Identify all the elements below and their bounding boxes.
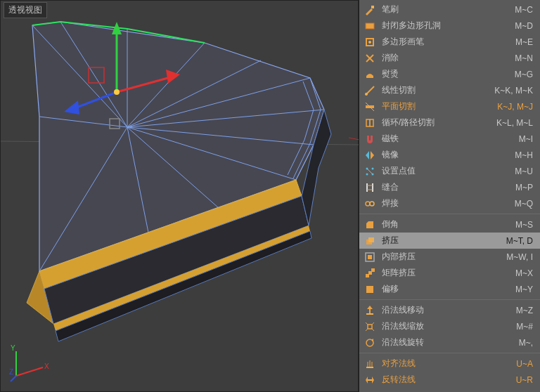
menu-item-label: 挤压: [382, 235, 506, 247]
svg-text:X: X: [44, 362, 49, 370]
close-hole-icon: [364, 20, 376, 32]
svg-rect-38: [366, 23, 374, 29]
menu-item-label: 倒角: [382, 218, 515, 230]
svg-line-35: [11, 376, 16, 381]
svg-marker-72: [367, 306, 373, 309]
menu-item-magnet[interactable]: 磁铁M~I: [359, 131, 540, 147]
plane-cut-icon: [364, 100, 376, 113]
normal-move-icon: [364, 304, 376, 317]
menu-item-label: 消除: [382, 52, 515, 64]
context-menu[interactable]: 笔刷M~C封闭多边形孔洞M~D多边形画笔M~E消除M~N熨烫M~G线性切割K~K…: [359, 0, 540, 392]
menu-item-label: 线性切割: [382, 84, 494, 96]
svg-line-76: [372, 322, 374, 325]
menu-item-weld[interactable]: 焊接M~Q: [359, 195, 540, 211]
poly-pen-icon: [364, 36, 376, 48]
offset-icon: [364, 283, 376, 296]
iron-icon: [364, 68, 376, 81]
svg-text:Z: Z: [9, 368, 13, 376]
menu-item-poly-pen[interactable]: 多边形画笔M~E: [359, 34, 540, 50]
menu-item-inner-extrude[interactable]: 内部挤压M~W, I: [359, 249, 540, 265]
menu-item-knife[interactable]: 线性切割K~K, M~K: [359, 82, 540, 98]
mirror-icon: [364, 149, 376, 162]
svg-point-60: [366, 202, 370, 206]
svg-rect-69: [371, 268, 375, 272]
menu-item-set-value[interactable]: 设置点值M~U: [359, 163, 540, 179]
svg-line-1: [349, 138, 359, 140]
svg-text:Y: Y: [11, 344, 15, 352]
menu-item-shortcut: U~A: [516, 359, 533, 369]
menu-item-label: 对齐法线: [382, 358, 516, 370]
menu-item-label: 设置点值: [382, 165, 515, 177]
magnet-icon: [364, 133, 376, 145]
menu-item-loop-cut[interactable]: 循环/路径切割K~L, M~L: [359, 115, 540, 131]
menu-item-label: 焊接: [382, 197, 515, 209]
stitch-icon: [364, 181, 376, 194]
menu-item-shortcut: M~P: [515, 183, 533, 192]
menu-item-iron[interactable]: 熨烫M~G: [359, 66, 540, 82]
menu-item-matrix-extrude[interactable]: 矩阵挤压M~X: [359, 265, 540, 281]
svg-line-55: [367, 169, 373, 174]
svg-line-78: [372, 329, 374, 331]
menu-item-shortcut: M~D: [515, 21, 533, 31]
menu-item-close-hole[interactable]: 封闭多边形孔洞M~D: [359, 18, 540, 34]
menu-item-shortcut: M~W, I: [506, 252, 533, 262]
menu-item-shortcut: M~G: [515, 70, 533, 79]
svg-point-61: [370, 202, 374, 206]
menu-item-bevel[interactable]: 倒角M~S: [359, 216, 540, 233]
menu-item-align-normals[interactable]: 对齐法线U~A: [359, 355, 540, 372]
svg-marker-86: [366, 377, 368, 384]
matrix-extrude-icon: [364, 267, 376, 280]
menu-item-shortcut: M~T, D: [506, 236, 533, 246]
align-normals-icon: [364, 358, 376, 370]
menu-item-shortcut: M~Y: [515, 285, 533, 294]
svg-line-75: [366, 322, 368, 325]
menu-item-shortcut: M~N: [515, 53, 533, 63]
menu-separator: [359, 214, 540, 214]
dissolve-icon: [364, 52, 376, 65]
menu-item-shortcut: M~U: [515, 166, 533, 176]
menu-item-shortcut: M~Q: [515, 199, 533, 209]
menu-item-offset[interactable]: 偏移M~Y: [359, 281, 540, 297]
svg-marker-49: [366, 151, 369, 159]
menu-item-shortcut: K~K, M~K: [494, 86, 533, 96]
svg-point-40: [368, 41, 371, 44]
weld-icon: [364, 197, 376, 210]
menu-item-label: 矩阵挤压: [382, 267, 515, 279]
menu-item-label: 沿法线缩放: [382, 320, 516, 332]
menu-item-extrude[interactable]: 挤压M~T, D: [359, 233, 540, 249]
menu-item-normal-move[interactable]: 沿法线移动M~Z: [359, 302, 540, 318]
menu-item-shortcut: M~,: [519, 338, 533, 348]
menu-item-label: 封闭多边形孔洞: [382, 20, 515, 32]
menu-item-label: 磁铁: [382, 133, 519, 145]
menu-item-shortcut: K~J, M~J: [497, 102, 533, 112]
set-value-icon: [364, 165, 376, 178]
svg-point-52: [372, 167, 374, 169]
menu-item-label: 偏移: [382, 283, 515, 295]
svg-rect-37: [371, 6, 374, 8]
menu-item-normal-rotate[interactable]: 沿法线旋转M~,: [359, 334, 540, 351]
normal-rotate-icon: [364, 337, 376, 349]
menu-item-shortcut: M~S: [515, 220, 533, 230]
menu-item-mirror[interactable]: 镜像M~H: [359, 147, 540, 163]
menu-item-stitch[interactable]: 缝合M~P: [359, 179, 540, 195]
svg-point-30: [114, 89, 120, 95]
viewport[interactable]: 透视视图: [0, 0, 359, 392]
menu-item-dissolve[interactable]: 消除M~N: [359, 50, 540, 66]
menu-item-plane-cut[interactable]: 平面切割K~J, M~J: [359, 98, 540, 115]
axis-gizmo: Y X Z: [9, 341, 51, 383]
knife-icon: [364, 84, 376, 97]
svg-point-53: [366, 173, 368, 175]
menu-item-label: 循环/路径切割: [382, 117, 496, 129]
menu-item-shortcut: U~R: [516, 375, 533, 385]
menu-item-brush[interactable]: 笔刷M~C: [359, 1, 540, 18]
menu-item-normal-scale[interactable]: 沿法线缩放M~#: [359, 318, 540, 334]
loop-cut-icon: [364, 117, 376, 129]
menu-item-shortcut: M~I: [519, 134, 533, 144]
svg-marker-50: [371, 151, 374, 159]
extrude-icon: [364, 235, 376, 247]
normal-scale-icon: [364, 320, 376, 333]
menu-separator: [359, 299, 540, 300]
menu-item-label: 缝合: [382, 181, 515, 193]
menu-item-label: 笔刷: [382, 4, 515, 15]
menu-item-reverse-normals[interactable]: 反转法线U~R: [359, 372, 540, 388]
